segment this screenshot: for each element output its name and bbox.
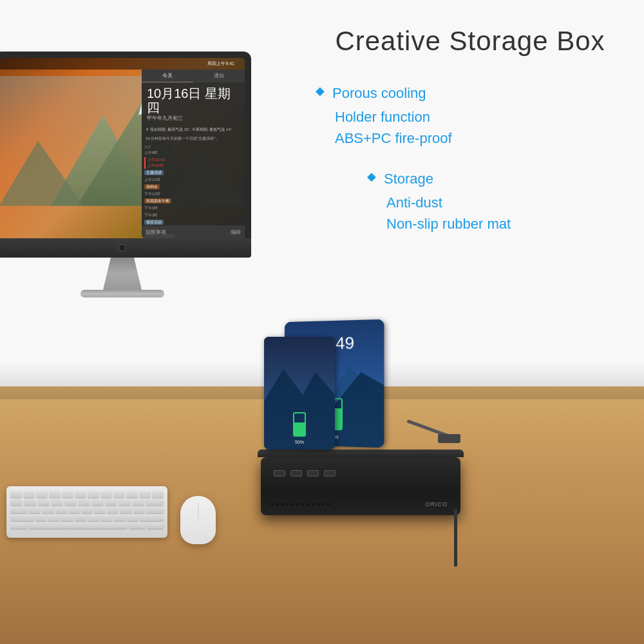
key: [28, 522, 128, 529]
hole: [291, 503, 294, 506]
feature-text-1: Porous cooling: [332, 82, 426, 104]
date-large: 10月16日 星期四: [147, 86, 240, 115]
keyboard-keys: [6, 486, 167, 535]
key: [64, 499, 77, 506]
key: [146, 499, 164, 506]
reminder-section-label: 提醒事项: [146, 229, 166, 236]
mouse: [180, 496, 216, 544]
key: [37, 499, 50, 506]
key: [139, 491, 151, 498]
imac-chin-circle: [118, 244, 126, 252]
phone-battery-tip: [297, 412, 302, 413]
porous-holes: [270, 503, 335, 506]
hole: [281, 503, 283, 506]
key: [127, 515, 138, 521]
feature-sub-3: Anti-dust: [367, 192, 625, 213]
key: [51, 499, 63, 506]
weather-info: ☀ 现在晴朗, 最高气温 23°, 今夜晴朗, 最低气温 14°.: [142, 126, 245, 135]
key: [118, 499, 131, 506]
station-devices: 10:49 82%: [264, 321, 457, 450]
key: [107, 507, 118, 513]
date-display: 10月16日 星期四 甲午年九月初三: [142, 82, 245, 126]
usb-port-1: [274, 470, 285, 477]
hole: [322, 503, 325, 506]
notif-header: 今天 通知: [142, 70, 245, 82]
key: [10, 515, 34, 521]
phone-device: 50%: [264, 337, 335, 450]
key: [10, 491, 22, 498]
hole: [317, 503, 319, 506]
key: [68, 507, 80, 513]
calendar-label: 日历: [144, 145, 242, 149]
key: [152, 491, 164, 498]
key-row-4: [10, 515, 164, 521]
notif-tab-notif: 通知: [193, 70, 245, 82]
key: [36, 491, 48, 498]
key: [29, 507, 41, 513]
page-title: Creative Storage Box: [316, 26, 625, 57]
diamond-icon-2: ◆: [367, 169, 376, 184]
key-row-spacebar: [10, 522, 164, 529]
cal-entry-event4: 项目启动: [144, 220, 242, 225]
key: [49, 491, 61, 498]
key: [55, 507, 67, 513]
cal-entry-4: 下午12时: [144, 191, 242, 197]
notif-bottom-bar: 提醒事项 编辑: [142, 225, 245, 238]
hole: [312, 503, 314, 506]
key: [147, 522, 164, 529]
calendar-section: 日历 上午9时 上午10:41上午10时 主题演讲 上午11: [142, 145, 245, 238]
key: [88, 515, 99, 521]
keyboard: [6, 486, 167, 538]
key: [105, 499, 117, 506]
key: [133, 507, 145, 513]
cal-entry-event: 主题演讲: [144, 170, 242, 176]
cal-entry-6: 下午2时: [144, 213, 242, 218]
edit-button: 编辑: [231, 229, 241, 236]
cal-entry-event2: 例例会: [144, 184, 242, 190]
usb-ports: [274, 470, 336, 477]
imac-stand: [103, 258, 142, 290]
usb-connector: [438, 434, 460, 443]
key: [75, 515, 86, 521]
key: [146, 507, 164, 513]
key-row-1: [10, 491, 164, 498]
key: [120, 507, 131, 513]
cal-entry-3: 上午11时: [144, 177, 242, 183]
notification-panel: 今天 通知 10月16日 星期四 甲午年九月初三 ☀ 现在晴朗, 最高气温 23…: [142, 70, 245, 238]
feature-group-2: ◆ Storage Anti-dust Non-slip rubber mat: [367, 168, 625, 234]
usb-port-4: [324, 470, 336, 477]
phone-percent: 50%: [295, 440, 304, 444]
usb-port-2: [290, 470, 302, 477]
orico-station: 10:49 82%: [251, 321, 470, 515]
feature-text-2: Storage: [384, 168, 433, 189]
cal-entry-event3: 和我朋友午餐: [144, 198, 242, 204]
hole: [286, 503, 289, 506]
hole: [270, 503, 273, 506]
reminder-text: 19 分钟后有今天的第一个日程"主题演讲"。: [142, 135, 245, 143]
key: [10, 522, 27, 529]
feature-row-1: ◆ Porous cooling: [316, 82, 625, 104]
key: [100, 491, 112, 498]
power-cable: [454, 509, 457, 567]
hole: [296, 503, 299, 506]
key: [75, 491, 86, 498]
macos-menubar: 周四上午9:41: [0, 58, 245, 70]
date-sub: 甲午年九月初三: [147, 115, 240, 122]
hole: [301, 503, 304, 506]
key: [132, 499, 144, 506]
feature-sub-2: ABS+PC fire-proof: [316, 128, 625, 149]
hole: [276, 503, 278, 506]
key: [10, 507, 28, 513]
orico-logo: ORICO: [425, 501, 448, 507]
phone-screen: 50%: [264, 337, 335, 450]
key: [78, 499, 90, 506]
key: [42, 507, 53, 513]
key: [100, 515, 112, 521]
key: [114, 515, 126, 521]
key-row-3: [10, 507, 164, 513]
station-top-rim: [258, 450, 464, 457]
phone-battery-indicator: [293, 412, 306, 437]
key: [140, 515, 164, 521]
hole: [307, 503, 309, 506]
cal-entry-1: 上午9时: [144, 150, 242, 156]
